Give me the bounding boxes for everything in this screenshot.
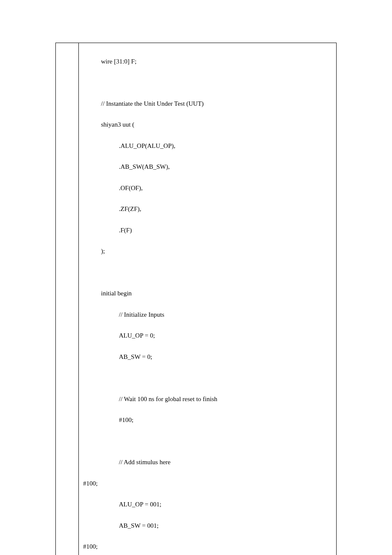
code-line: // Wait 100 ns for global reset to finis… xyxy=(83,394,332,405)
code-line: ); xyxy=(83,246,332,257)
left-margin-column xyxy=(56,43,79,555)
code-line: #100; xyxy=(83,478,332,489)
code-line: .F(F) xyxy=(83,225,332,236)
code-line: #100; xyxy=(83,415,332,425)
code-line: initial begin xyxy=(83,288,332,299)
blank-line xyxy=(83,77,332,88)
code-line: ALU_OP = 001; xyxy=(83,499,332,510)
code-frame: wire [31:0] F; // Instantiate the Unit U… xyxy=(55,43,337,555)
code-line: .ZF(ZF), xyxy=(83,204,332,214)
code-line: // Add stimulus here xyxy=(83,457,332,468)
blank-line xyxy=(83,267,332,278)
code-line: AB_SW = 0; xyxy=(83,352,332,362)
code-line: // Instantiate the Unit Under Test (UUT) xyxy=(83,98,332,109)
page: wire [31:0] F; // Instantiate the Unit U… xyxy=(0,0,392,555)
blank-line xyxy=(83,373,332,383)
code-line: .ALU_OP(ALU_OP), xyxy=(83,141,332,151)
code-line: .AB_SW(AB_SW), xyxy=(83,162,332,172)
code-line: wire [31:0] F; xyxy=(83,56,332,67)
code-line: shiyan3 uut ( xyxy=(83,119,332,130)
code-line: // Initialize Inputs xyxy=(83,309,332,320)
code-line: #100; xyxy=(83,541,332,552)
code-line: .OF(OF), xyxy=(83,183,332,194)
blank-line xyxy=(83,436,332,447)
code-line: ALU_OP = 0; xyxy=(83,330,332,341)
code-line: AB_SW = 001; xyxy=(83,520,332,531)
code-column: wire [31:0] F; // Instantiate the Unit U… xyxy=(79,43,336,555)
